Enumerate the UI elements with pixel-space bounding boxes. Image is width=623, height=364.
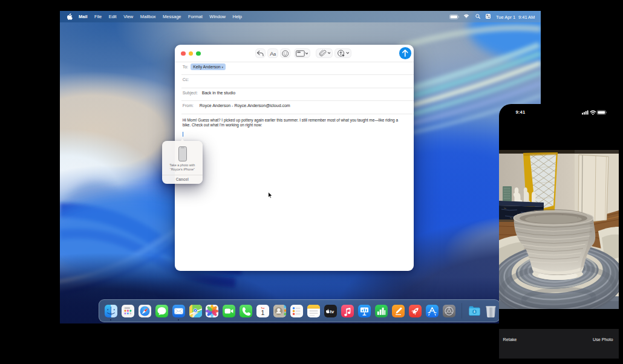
svg-text:tv: tv	[330, 309, 335, 314]
svg-text:1: 1	[261, 309, 265, 316]
